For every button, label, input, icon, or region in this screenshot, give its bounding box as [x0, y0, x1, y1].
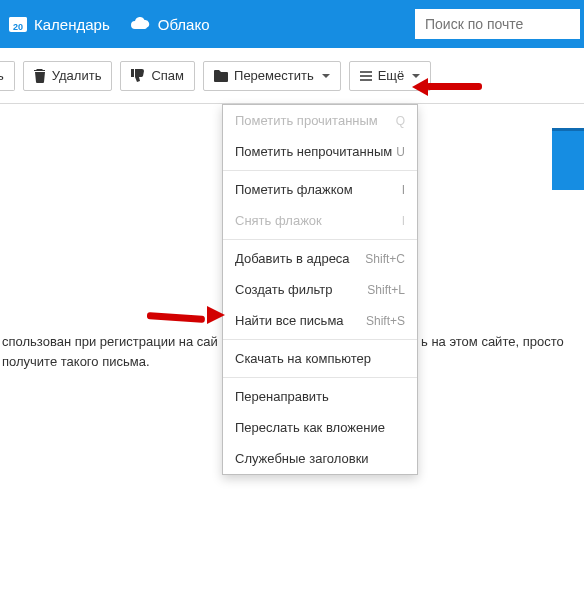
delete-button[interactable]: Удалить	[23, 61, 113, 91]
more-label: Ещё	[378, 68, 405, 83]
menu-item-shortcut: Shift+S	[366, 314, 405, 328]
menu-item-label: Найти все письма	[235, 313, 344, 328]
chevron-down-icon	[322, 74, 330, 78]
nav-cloud[interactable]: Облако	[124, 15, 214, 33]
menu-redirect[interactable]: Перенаправить	[223, 381, 417, 412]
body-fragment: получите такого письма.	[2, 354, 150, 369]
side-widget[interactable]	[552, 128, 584, 190]
nav-calendar[interactable]: 20 Календарь	[4, 14, 114, 34]
menu-icon	[360, 71, 372, 81]
more-button[interactable]: Ещё	[349, 61, 432, 91]
mail-body-text: спользован при регистрации на сай ь на э…	[0, 332, 584, 371]
menu-headers[interactable]: Служебные заголовки	[223, 443, 417, 474]
menu-item-shortcut: Shift+C	[365, 252, 405, 266]
annotation-arrow	[147, 302, 225, 320]
trash-icon	[34, 69, 46, 83]
menu-item-shortcut: I	[402, 183, 405, 197]
body-fragment: спользован при регистрации на сай	[2, 334, 218, 349]
move-button[interactable]: Переместить	[203, 61, 341, 91]
menu-forward-attachment[interactable]: Переслать как вложение	[223, 412, 417, 443]
menu-item-label: Пометить прочитанным	[235, 113, 378, 128]
thumbs-down-icon	[131, 69, 145, 82]
menu-create-filter[interactable]: Создать фильтр Shift+L	[223, 274, 417, 305]
body-fragment: ь на этом сайте, просто	[421, 334, 564, 349]
menu-item-label: Создать фильтр	[235, 282, 333, 297]
menu-flag[interactable]: Пометить флажком I	[223, 174, 417, 205]
more-dropdown: Пометить прочитанным Q Пометить непрочит…	[222, 104, 418, 475]
nav-cloud-label: Облако	[158, 16, 210, 33]
menu-mark-unread[interactable]: Пометить непрочитанным U	[223, 136, 417, 167]
delete-label: Удалить	[52, 68, 102, 83]
menu-item-label: Служебные заголовки	[235, 451, 369, 466]
menu-separator	[223, 170, 417, 171]
menu-separator	[223, 377, 417, 378]
menu-unflag: Снять флажок I	[223, 205, 417, 236]
calendar-icon: 20	[8, 14, 28, 34]
folder-icon	[214, 70, 228, 82]
menu-separator	[223, 239, 417, 240]
reply-button[interactable]: ь	[0, 61, 15, 91]
reply-tail-label: ь	[0, 68, 4, 83]
nav-calendar-label: Календарь	[34, 16, 110, 33]
menu-item-shortcut: Shift+L	[367, 283, 405, 297]
cloud-icon	[128, 15, 152, 33]
chevron-down-icon	[412, 74, 420, 78]
svg-text:20: 20	[13, 22, 23, 32]
spam-label: Спам	[151, 68, 184, 83]
menu-item-label: Перенаправить	[235, 389, 329, 404]
menu-item-label: Пометить флажком	[235, 182, 353, 197]
mail-toolbar: ь Удалить Спам Переместить Ещё	[0, 48, 584, 104]
menu-mark-read: Пометить прочитанным Q	[223, 105, 417, 136]
menu-add-address[interactable]: Добавить в адреса Shift+C	[223, 243, 417, 274]
search-input[interactable]	[415, 9, 580, 39]
svg-rect-1	[9, 17, 27, 21]
move-label: Переместить	[234, 68, 314, 83]
menu-item-shortcut: Q	[396, 114, 405, 128]
menu-item-label: Переслать как вложение	[235, 420, 385, 435]
menu-item-label: Снять флажок	[235, 213, 322, 228]
menu-item-label: Добавить в адреса	[235, 251, 350, 266]
spam-button[interactable]: Спам	[120, 61, 195, 91]
menu-item-label: Пометить непрочитанным	[235, 144, 392, 159]
menu-item-shortcut: U	[396, 145, 405, 159]
app-header: 20 Календарь Облако	[0, 0, 584, 48]
menu-item-shortcut: I	[402, 214, 405, 228]
